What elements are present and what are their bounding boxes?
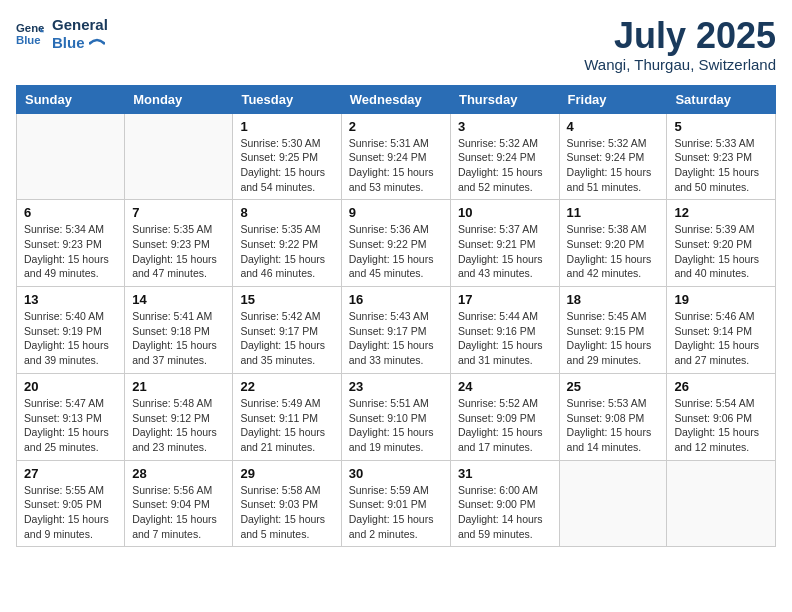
calendar-week-row: 27Sunrise: 5:55 AMSunset: 9:05 PMDayligh… [17,460,776,547]
calendar-cell: 1Sunrise: 5:30 AMSunset: 9:25 PMDaylight… [233,113,341,200]
svg-text:Blue: Blue [16,34,41,46]
day-info: Sunrise: 5:31 AMSunset: 9:24 PMDaylight:… [349,136,443,195]
calendar-cell: 13Sunrise: 5:40 AMSunset: 9:19 PMDayligh… [17,287,125,374]
calendar-cell [559,460,667,547]
calendar-cell: 22Sunrise: 5:49 AMSunset: 9:11 PMDayligh… [233,373,341,460]
weekday-header-monday: Monday [125,85,233,113]
calendar-cell: 9Sunrise: 5:36 AMSunset: 9:22 PMDaylight… [341,200,450,287]
day-number: 18 [567,292,660,307]
calendar-cell: 28Sunrise: 5:56 AMSunset: 9:04 PMDayligh… [125,460,233,547]
day-info: Sunrise: 5:59 AMSunset: 9:01 PMDaylight:… [349,483,443,542]
day-number: 12 [674,205,768,220]
title-area: July 2025 Wangi, Thurgau, Switzerland [584,16,776,73]
day-number: 24 [458,379,552,394]
calendar-cell: 17Sunrise: 5:44 AMSunset: 9:16 PMDayligh… [450,287,559,374]
calendar-cell: 4Sunrise: 5:32 AMSunset: 9:24 PMDaylight… [559,113,667,200]
calendar-cell: 21Sunrise: 5:48 AMSunset: 9:12 PMDayligh… [125,373,233,460]
calendar-cell: 15Sunrise: 5:42 AMSunset: 9:17 PMDayligh… [233,287,341,374]
calendar-cell: 11Sunrise: 5:38 AMSunset: 9:20 PMDayligh… [559,200,667,287]
day-number: 9 [349,205,443,220]
weekday-header-tuesday: Tuesday [233,85,341,113]
day-info: Sunrise: 5:44 AMSunset: 9:16 PMDaylight:… [458,309,552,368]
day-number: 28 [132,466,225,481]
calendar-cell: 16Sunrise: 5:43 AMSunset: 9:17 PMDayligh… [341,287,450,374]
day-info: Sunrise: 5:35 AMSunset: 9:23 PMDaylight:… [132,222,225,281]
day-info: Sunrise: 5:47 AMSunset: 9:13 PMDaylight:… [24,396,117,455]
day-info: Sunrise: 5:37 AMSunset: 9:21 PMDaylight:… [458,222,552,281]
day-number: 2 [349,119,443,134]
calendar-cell: 27Sunrise: 5:55 AMSunset: 9:05 PMDayligh… [17,460,125,547]
day-number: 17 [458,292,552,307]
location-subtitle: Wangi, Thurgau, Switzerland [584,56,776,73]
day-number: 10 [458,205,552,220]
calendar-week-row: 13Sunrise: 5:40 AMSunset: 9:19 PMDayligh… [17,287,776,374]
calendar-cell: 26Sunrise: 5:54 AMSunset: 9:06 PMDayligh… [667,373,776,460]
weekday-header-row: SundayMondayTuesdayWednesdayThursdayFrid… [17,85,776,113]
day-info: Sunrise: 5:30 AMSunset: 9:25 PMDaylight:… [240,136,333,195]
day-info: Sunrise: 5:48 AMSunset: 9:12 PMDaylight:… [132,396,225,455]
day-info: Sunrise: 5:36 AMSunset: 9:22 PMDaylight:… [349,222,443,281]
calendar-cell: 3Sunrise: 5:32 AMSunset: 9:24 PMDaylight… [450,113,559,200]
day-number: 13 [24,292,117,307]
calendar-cell: 29Sunrise: 5:58 AMSunset: 9:03 PMDayligh… [233,460,341,547]
day-number: 4 [567,119,660,134]
day-number: 29 [240,466,333,481]
calendar-cell: 30Sunrise: 5:59 AMSunset: 9:01 PMDayligh… [341,460,450,547]
day-info: Sunrise: 5:41 AMSunset: 9:18 PMDaylight:… [132,309,225,368]
day-info: Sunrise: 5:55 AMSunset: 9:05 PMDaylight:… [24,483,117,542]
day-info: Sunrise: 5:35 AMSunset: 9:22 PMDaylight:… [240,222,333,281]
day-number: 8 [240,205,333,220]
day-info: Sunrise: 5:32 AMSunset: 9:24 PMDaylight:… [567,136,660,195]
calendar-cell: 12Sunrise: 5:39 AMSunset: 9:20 PMDayligh… [667,200,776,287]
day-number: 5 [674,119,768,134]
calendar-cell: 25Sunrise: 5:53 AMSunset: 9:08 PMDayligh… [559,373,667,460]
calendar-cell: 2Sunrise: 5:31 AMSunset: 9:24 PMDaylight… [341,113,450,200]
weekday-header-wednesday: Wednesday [341,85,450,113]
day-number: 26 [674,379,768,394]
day-info: Sunrise: 5:58 AMSunset: 9:03 PMDaylight:… [240,483,333,542]
calendar-cell [17,113,125,200]
day-number: 3 [458,119,552,134]
calendar-cell: 14Sunrise: 5:41 AMSunset: 9:18 PMDayligh… [125,287,233,374]
calendar-week-row: 6Sunrise: 5:34 AMSunset: 9:23 PMDaylight… [17,200,776,287]
calendar-cell [667,460,776,547]
calendar-cell [125,113,233,200]
logo-text: General [52,16,108,34]
day-number: 11 [567,205,660,220]
weekday-header-sunday: Sunday [17,85,125,113]
calendar-cell: 5Sunrise: 5:33 AMSunset: 9:23 PMDaylight… [667,113,776,200]
day-info: Sunrise: 5:49 AMSunset: 9:11 PMDaylight:… [240,396,333,455]
weekday-header-thursday: Thursday [450,85,559,113]
weekday-header-friday: Friday [559,85,667,113]
day-number: 21 [132,379,225,394]
day-number: 25 [567,379,660,394]
day-info: Sunrise: 5:43 AMSunset: 9:17 PMDaylight:… [349,309,443,368]
day-info: Sunrise: 5:51 AMSunset: 9:10 PMDaylight:… [349,396,443,455]
day-info: Sunrise: 5:53 AMSunset: 9:08 PMDaylight:… [567,396,660,455]
day-number: 31 [458,466,552,481]
svg-text:General: General [16,22,44,34]
calendar-cell: 24Sunrise: 5:52 AMSunset: 9:09 PMDayligh… [450,373,559,460]
day-number: 27 [24,466,117,481]
calendar-cell: 23Sunrise: 5:51 AMSunset: 9:10 PMDayligh… [341,373,450,460]
day-info: Sunrise: 5:40 AMSunset: 9:19 PMDaylight:… [24,309,117,368]
calendar-week-row: 1Sunrise: 5:30 AMSunset: 9:25 PMDaylight… [17,113,776,200]
day-info: Sunrise: 5:52 AMSunset: 9:09 PMDaylight:… [458,396,552,455]
day-number: 23 [349,379,443,394]
logo-swoosh-icon [89,38,105,50]
day-info: Sunrise: 6:00 AMSunset: 9:00 PMDaylight:… [458,483,552,542]
calendar-cell: 18Sunrise: 5:45 AMSunset: 9:15 PMDayligh… [559,287,667,374]
day-number: 14 [132,292,225,307]
calendar-cell: 7Sunrise: 5:35 AMSunset: 9:23 PMDaylight… [125,200,233,287]
calendar-cell: 8Sunrise: 5:35 AMSunset: 9:22 PMDaylight… [233,200,341,287]
calendar-cell: 10Sunrise: 5:37 AMSunset: 9:21 PMDayligh… [450,200,559,287]
day-number: 22 [240,379,333,394]
day-number: 20 [24,379,117,394]
day-info: Sunrise: 5:42 AMSunset: 9:17 PMDaylight:… [240,309,333,368]
day-number: 1 [240,119,333,134]
day-info: Sunrise: 5:46 AMSunset: 9:14 PMDaylight:… [674,309,768,368]
day-info: Sunrise: 5:39 AMSunset: 9:20 PMDaylight:… [674,222,768,281]
calendar-cell: 6Sunrise: 5:34 AMSunset: 9:23 PMDaylight… [17,200,125,287]
day-number: 6 [24,205,117,220]
logo-icon: General Blue [16,20,44,48]
